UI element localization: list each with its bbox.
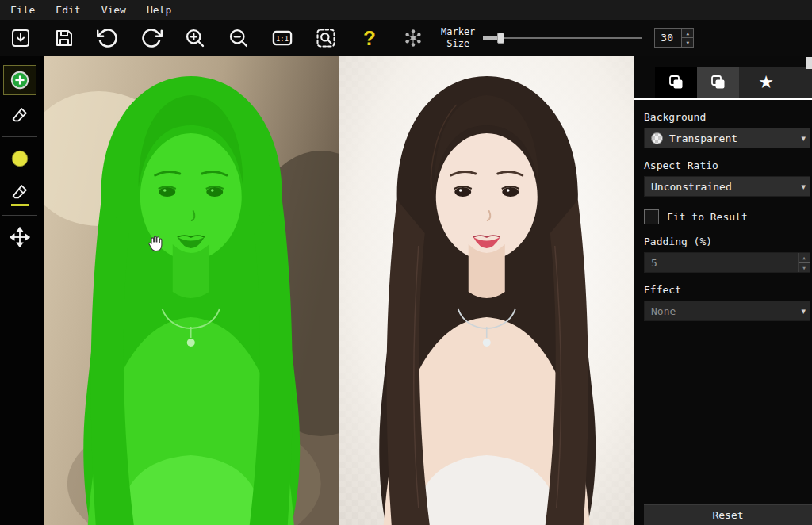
- menu-edit[interactable]: Edit: [45, 0, 90, 20]
- padding-label: Padding (%): [644, 236, 812, 247]
- eraser-tool[interactable]: [3, 178, 36, 209]
- redo-button[interactable]: [134, 23, 169, 53]
- tool-separator: [2, 136, 37, 137]
- spinner-down-icon[interactable]: ▼: [799, 263, 810, 273]
- padding-input[interactable]: [645, 253, 798, 272]
- tool-separator: [2, 215, 37, 216]
- tab-favorites[interactable]: ★: [739, 67, 793, 98]
- spinner-up-icon[interactable]: ▲: [799, 253, 810, 263]
- spinner-down-icon[interactable]: ▼: [682, 38, 693, 47]
- open-image-icon: [10, 27, 32, 49]
- save-button[interactable]: [47, 23, 82, 53]
- transparent-swatch-icon: [651, 132, 663, 144]
- chevron-down-icon: ▾: [801, 306, 806, 316]
- fit-to-result-checkbox[interactable]: [644, 209, 659, 224]
- zoom-in-button[interactable]: [178, 23, 213, 53]
- chevron-down-icon: ▾: [801, 133, 806, 144]
- mask-editor-pane[interactable]: [44, 56, 339, 525]
- svg-text:1:1: 1:1: [276, 35, 289, 43]
- chevron-down-icon: ▾: [801, 182, 806, 192]
- marker-size-spinbox: ▲ ▼: [654, 28, 694, 48]
- zoom-out-icon: [228, 27, 250, 49]
- background-value: Transparent: [669, 132, 737, 144]
- marker-size-label: Marker Size: [441, 26, 475, 49]
- slider-track[interactable]: [483, 37, 642, 39]
- eraser-icon: [10, 105, 30, 125]
- menu-view[interactable]: View: [91, 0, 136, 20]
- open-image-button[interactable]: [3, 23, 38, 53]
- zoom-actual-icon: 1:1: [271, 27, 293, 49]
- canvas-area: [40, 56, 634, 525]
- padding-spinbox: ▲ ▼: [644, 252, 810, 273]
- padding-spinners: ▲ ▼: [798, 253, 810, 272]
- tool-sidebar: [0, 56, 40, 525]
- eraser-color-icon: [10, 182, 30, 202]
- main-toolbar: 1:1 ?: [0, 20, 812, 56]
- add-marker-tool[interactable]: [3, 65, 36, 95]
- zoom-fit-button[interactable]: [308, 23, 343, 53]
- aspect-ratio-label: Aspect Ratio: [644, 159, 812, 171]
- zoom-actual-button[interactable]: 1:1: [265, 23, 300, 53]
- background-label: Background: [644, 111, 812, 123]
- marker-size-slider[interactable]: [483, 30, 642, 46]
- menu-bar: File Edit View Help: [0, 0, 812, 20]
- panel-tabs: ★: [634, 67, 812, 100]
- background-select[interactable]: Transparent ▾: [644, 128, 810, 148]
- panel-corner-highlight: [806, 57, 812, 69]
- tab-layers-input[interactable]: [655, 67, 697, 98]
- zoom-fit-icon: [315, 27, 337, 49]
- eraser-color-bar: [11, 204, 29, 206]
- zoom-in-icon: [184, 27, 206, 49]
- marker-color-icon: [10, 148, 30, 169]
- save-icon: [53, 27, 75, 49]
- pan-tool[interactable]: [3, 222, 36, 252]
- settings-panel: ★ Background Transparent ▾ Aspect Ratio …: [634, 56, 812, 525]
- menu-help[interactable]: Help: [136, 0, 182, 20]
- masked-portrait-image[interactable]: [44, 56, 339, 525]
- network-icon: [402, 27, 424, 49]
- help-icon: ?: [363, 28, 376, 48]
- effect-select[interactable]: None ▾: [644, 301, 810, 321]
- undo-button[interactable]: [90, 23, 125, 53]
- tab-strip-filler: [793, 67, 812, 98]
- tab-layers-output[interactable]: [697, 67, 739, 98]
- undo-icon: [97, 27, 119, 49]
- result-preview-pane[interactable]: [339, 56, 635, 525]
- redo-icon: [140, 27, 163, 49]
- effect-value: None: [651, 305, 676, 317]
- layers-icon: [667, 73, 686, 92]
- add-marker-icon: [10, 70, 30, 90]
- spinner-up-icon[interactable]: ▲: [682, 29, 693, 38]
- effect-label: Effect: [644, 284, 812, 296]
- marker-size-spinners: ▲ ▼: [681, 29, 693, 47]
- layers-icon: [709, 73, 728, 92]
- menu-file[interactable]: File: [0, 0, 45, 20]
- move-icon: [10, 227, 30, 247]
- reset-button[interactable]: Reset: [644, 504, 812, 525]
- slider-handle[interactable]: [497, 33, 504, 44]
- main-body: ★ Background Transparent ▾ Aspect Ratio …: [0, 56, 812, 525]
- marker-color-tool[interactable]: [3, 144, 36, 174]
- fit-to-result-label: Fit to Result: [667, 211, 748, 223]
- fit-to-result-row: Fit to Result: [644, 209, 812, 224]
- marker-size-input[interactable]: [655, 29, 681, 47]
- aspect-ratio-select[interactable]: Unconstrained ▾: [644, 176, 810, 197]
- application-window: File Edit View Help: [0, 0, 812, 525]
- segment-button[interactable]: [396, 23, 431, 53]
- aspect-ratio-value: Unconstrained: [651, 181, 732, 193]
- erase-marker-tool[interactable]: [3, 100, 36, 130]
- result-portrait-image: [339, 56, 635, 525]
- help-button[interactable]: ?: [352, 23, 387, 53]
- zoom-out-button[interactable]: [221, 23, 256, 53]
- star-icon: ★: [758, 74, 774, 91]
